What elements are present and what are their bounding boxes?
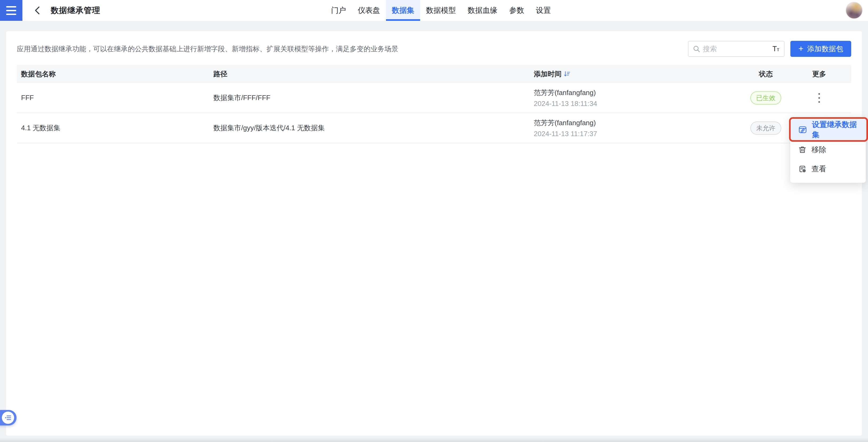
sort-descending-icon[interactable] xyxy=(564,70,570,78)
tab-dashboard[interactable]: 仪表盘 xyxy=(352,0,386,21)
cell-added-time: 范芳芳(fanfangfang) 2024-11-13 11:17:37 xyxy=(534,118,744,138)
match-case-toggle-icon[interactable]: Tт xyxy=(773,45,779,53)
page-title: 数据继承管理 xyxy=(51,5,100,16)
cell-added-time: 范芳芳(fanfangfang) 2024-11-13 18:11:34 xyxy=(534,88,744,108)
tab-portal[interactable]: 门户 xyxy=(325,0,352,21)
tab-data-model[interactable]: 数据模型 xyxy=(420,0,462,21)
menu-item-label: 查看 xyxy=(811,164,827,174)
menu-item-remove[interactable]: 移除 xyxy=(790,140,866,159)
inherit-dataset-icon xyxy=(798,125,807,134)
plus-icon: + xyxy=(798,44,803,53)
menu-item-view[interactable]: 查看 xyxy=(790,159,866,179)
table-header-row: 数据包名称 路径 添加时间 状态 更多 xyxy=(17,65,851,83)
user-avatar[interactable] xyxy=(846,2,863,19)
owner-name: 范芳芳(fanfangfang) xyxy=(534,118,597,127)
cell-path: 数据集市/FFF/FFF xyxy=(213,93,534,102)
add-data-package-button[interactable]: + 添加数据包 xyxy=(790,41,851,57)
added-timestamp: 2024-11-13 18:11:34 xyxy=(534,99,597,108)
menu-item-set-inherit-dataset[interactable]: 设置继承数据集 xyxy=(790,119,866,140)
added-timestamp: 2024-11-13 11:17:37 xyxy=(534,130,597,138)
toolbar: 应用通过数据继承功能，可以在继承的公共数据基础上进行新增字段、新增指标、扩展关联… xyxy=(6,31,862,57)
tab-data-lineage[interactable]: 数据血缘 xyxy=(462,0,503,21)
cell-package-name: FFF xyxy=(17,94,213,102)
add-data-package-label: 添加数据包 xyxy=(807,44,843,54)
tab-parameters[interactable]: 参数 xyxy=(503,0,530,21)
floating-panel-toggle[interactable] xyxy=(0,410,17,425)
owner-name: 范芳芳(fanfangfang) xyxy=(534,88,597,97)
row-context-menu: 设置继承数据集 移除 查看 xyxy=(790,117,866,183)
col-header-path: 路径 xyxy=(213,69,534,79)
back-button[interactable] xyxy=(33,6,43,15)
app-header: 数据继承管理 门户 仪表盘 数据集 数据模型 数据血缘 参数 设置 xyxy=(0,0,868,21)
trash-icon xyxy=(798,145,807,154)
menu-item-label: 移除 xyxy=(811,145,827,155)
search-input[interactable] xyxy=(703,45,772,53)
menu-item-label: 设置继承数据集 xyxy=(812,120,858,140)
col-header-more: 更多 xyxy=(787,69,851,79)
status-badge: 未允许 xyxy=(750,121,781,135)
col-header-name: 数据包名称 xyxy=(17,69,213,79)
window-bottom-edge xyxy=(0,438,868,442)
cell-path: 数据集市/gyy/版本迭代/4.1 无数据集 xyxy=(213,123,534,132)
search-box[interactable]: Tт xyxy=(688,41,784,57)
col-header-time[interactable]: 添加时间 xyxy=(534,69,744,79)
col-header-status: 状态 xyxy=(744,69,787,79)
search-icon xyxy=(693,45,700,53)
list-panel-icon xyxy=(2,412,14,424)
table-row[interactable]: FFF 数据集市/FFF/FFF 范芳芳(fanfangfang) 2024-1… xyxy=(17,83,851,113)
hamburger-menu-icon[interactable] xyxy=(0,0,22,21)
chevron-left-icon xyxy=(33,6,41,15)
view-icon xyxy=(798,165,807,173)
status-badge: 已生效 xyxy=(750,91,781,105)
more-actions-button[interactable] xyxy=(814,90,824,106)
feature-description: 应用通过数据继承功能，可以在继承的公共数据基础上进行新增字段、新增指标、扩展关联… xyxy=(17,44,398,54)
data-package-table: 数据包名称 路径 添加时间 状态 更多 FFF 数据集市/FFF/FFF 范芳芳… xyxy=(17,65,851,143)
table-row[interactable]: 4.1 无数据集 数据集市/gyy/版本迭代/4.1 无数据集 范芳芳(fanf… xyxy=(17,113,851,143)
tab-dataset[interactable]: 数据集 xyxy=(386,0,420,21)
cell-package-name: 4.1 无数据集 xyxy=(17,123,213,132)
content-card: 应用通过数据继承功能，可以在继承的公共数据基础上进行新增字段、新增指标、扩展关联… xyxy=(6,31,862,436)
top-nav: 门户 仪表盘 数据集 数据模型 数据血缘 参数 设置 xyxy=(325,0,557,21)
tab-settings[interactable]: 设置 xyxy=(530,0,557,21)
